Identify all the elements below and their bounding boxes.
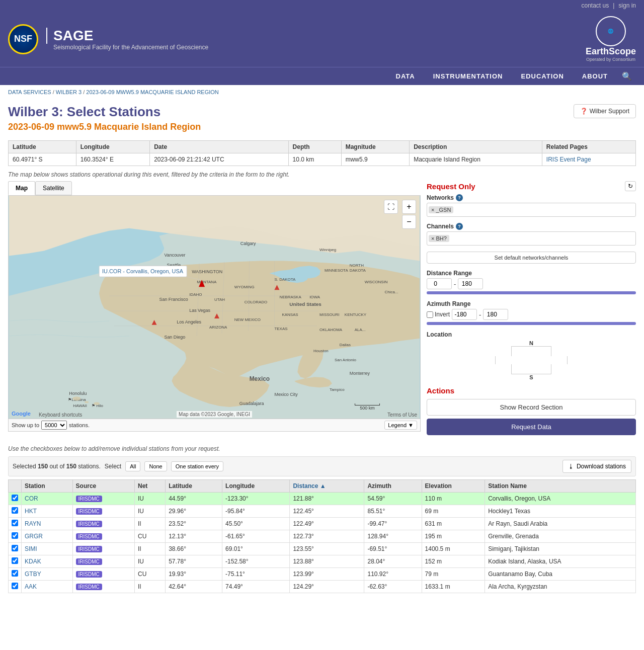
col-elevation[interactable]: Elevation	[422, 480, 485, 493]
networks-input[interactable]: × _GSN	[427, 203, 636, 217]
row-azimuth: -69.51°	[364, 543, 422, 555]
distance-max-input[interactable]	[458, 278, 483, 289]
station-checkbox[interactable]	[12, 532, 18, 539]
distance-min-input[interactable]	[427, 278, 452, 289]
col-lat[interactable]: Latitude	[166, 480, 222, 493]
col-magnitude: Magnitude	[341, 141, 410, 153]
irisdmc-badge: IRISDMC	[76, 558, 102, 565]
svg-text:San Francisco: San Francisco	[159, 297, 188, 302]
station-checkbox[interactable]	[12, 507, 18, 514]
station-checkbox[interactable]	[12, 495, 18, 501]
station-link[interactable]: RAYN	[25, 520, 41, 527]
station-link[interactable]: COR	[25, 495, 38, 502]
tab-map[interactable]: Map	[8, 181, 35, 195]
station-checkbox[interactable]	[12, 520, 18, 526]
wilber-support-button[interactable]: ❓ Wilber Support	[574, 104, 636, 118]
nav-about[interactable]: ABOUT	[574, 67, 616, 85]
station-checkbox[interactable]	[12, 557, 18, 564]
row-checkbox-cell[interactable]	[9, 505, 22, 518]
networks-help-icon[interactable]: ?	[456, 194, 463, 201]
select-every-button[interactable]: One station every	[171, 461, 223, 471]
col-lon[interactable]: Longitude	[222, 480, 290, 493]
map-footer: Show up to 5000 100 500 1000 stations. L…	[8, 419, 421, 432]
station-link[interactable]: GTBY	[25, 571, 41, 578]
station-checkbox[interactable]	[12, 570, 18, 577]
row-checkbox-cell[interactable]	[9, 518, 22, 530]
col-net[interactable]: Net	[134, 480, 165, 493]
svg-text:MONTANA: MONTANA	[197, 280, 217, 284]
col-azimuth[interactable]: Azimuth	[364, 480, 422, 493]
col-source[interactable]: Source	[72, 480, 134, 493]
distance-slider[interactable]	[427, 291, 636, 294]
breadcrumb-event[interactable]: 2023-06-09 MWW5.9 MACQUARIE ISLAND REGIO…	[86, 89, 218, 95]
compass-inputs-box	[511, 346, 551, 374]
tag-remove-icon[interactable]: ×	[431, 235, 434, 241]
station-link[interactable]: AAK	[25, 583, 37, 590]
station-link[interactable]: GRGR	[25, 533, 43, 540]
stations-table: Station Source Net Latitude Longitude Di…	[8, 479, 636, 593]
row-distance: 122.49°	[290, 518, 364, 530]
row-elevation: 69 m	[422, 505, 485, 518]
station-link[interactable]: KDAK	[25, 558, 41, 565]
legend-button[interactable]: Legend ▼	[384, 421, 417, 430]
row-azimuth: 128.94°	[364, 530, 422, 543]
search-button[interactable]: 🔍	[618, 67, 636, 85]
location-east-input[interactable]	[568, 356, 639, 364]
breadcrumb-wilber3[interactable]: WILBER 3	[56, 89, 82, 95]
select-all-button[interactable]: All	[125, 461, 140, 471]
channels-input[interactable]: × BH?	[427, 231, 636, 246]
actions-title: Actions	[427, 386, 636, 395]
fullscreen-button[interactable]: ⛶	[384, 200, 398, 214]
download-stations-button[interactable]: ⭳ Download stations	[562, 460, 631, 473]
nav-instrumentation[interactable]: INSTRUMENTATION	[425, 67, 511, 85]
distance-range-label: Distance Range	[427, 270, 636, 277]
channels-help-icon[interactable]: ?	[456, 223, 463, 230]
row-checkbox-cell[interactable]	[9, 530, 22, 543]
stations-count-select[interactable]: 5000 100 500 1000	[41, 421, 67, 430]
station-checkbox[interactable]	[12, 583, 18, 589]
sign-in-link[interactable]: sign in	[618, 2, 636, 9]
zoom-in-button[interactable]: +	[402, 200, 416, 214]
svg-text:WYOMING: WYOMING	[234, 285, 255, 289]
show-record-section-button[interactable]: Show Record Section	[427, 399, 636, 416]
col-station-name[interactable]: Station Name	[485, 480, 636, 493]
azimuth-max-input[interactable]	[483, 309, 508, 320]
tag-remove-icon[interactable]: ×	[431, 207, 434, 213]
nav-education[interactable]: EDUCATION	[513, 67, 572, 85]
keyboard-shortcuts[interactable]: Keyboard shortcuts	[39, 412, 82, 418]
station-link[interactable]: HKT	[25, 508, 37, 515]
row-net: IU	[134, 505, 165, 518]
terms-link[interactable]: Terms of Use	[387, 412, 417, 418]
row-checkbox-cell[interactable]	[9, 581, 22, 593]
tab-satellite[interactable]: Satellite	[35, 181, 72, 195]
row-checkbox-cell[interactable]	[9, 543, 22, 555]
set-default-button[interactable]: Set default networks/channels	[427, 252, 636, 264]
select-none-button[interactable]: None	[144, 461, 167, 471]
azimuth-min-input[interactable]	[452, 309, 477, 320]
svg-text:MISSOURI: MISSOURI	[319, 312, 339, 317]
azimuth-slider[interactable]	[427, 322, 636, 325]
location-center-input[interactable]	[496, 356, 568, 364]
zoom-out-button[interactable]: −	[402, 215, 416, 229]
station-checkbox[interactable]	[12, 545, 18, 551]
nav-data[interactable]: DATA	[388, 67, 423, 85]
refresh-button[interactable]: ↻	[625, 181, 636, 191]
table-row: SIMI IRISDMC II 38.66° 69.01° 123.55° -6…	[9, 543, 636, 555]
breadcrumb-data-services[interactable]: DATA SERVICES	[8, 89, 51, 95]
invert-checkbox[interactable]	[427, 311, 433, 318]
col-distance[interactable]: Distance ▲	[290, 480, 364, 493]
row-checkbox-cell[interactable]	[9, 555, 22, 568]
col-station[interactable]: Station	[22, 480, 73, 493]
request-data-button[interactable]: Request Data	[427, 419, 636, 435]
station-link[interactable]: SIMI	[25, 545, 37, 552]
row-checkbox-cell[interactable]	[9, 568, 22, 581]
location-west-input[interactable]	[424, 356, 496, 364]
row-checkbox-cell[interactable]	[9, 493, 22, 505]
contact-us-link[interactable]: contact us	[581, 2, 609, 9]
row-lon: 74.49°	[222, 581, 290, 593]
row-azimuth: 54.59°	[364, 493, 422, 505]
svg-text:S. DAKOTA: S. DAKOTA	[274, 277, 296, 282]
row-distance: 121.88°	[290, 493, 364, 505]
col-latitude: Latitude	[9, 141, 76, 153]
iris-event-link[interactable]: IRIS Event Page	[546, 156, 591, 163]
